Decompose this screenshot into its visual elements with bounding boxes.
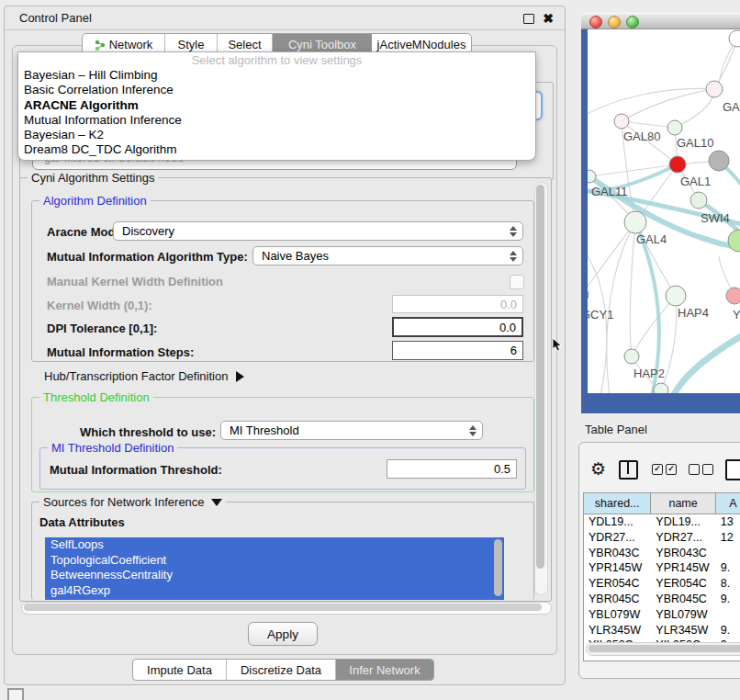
minimize-traffic-light-icon[interactable] <box>608 16 621 28</box>
threshold-definition-title: Threshold Definition <box>39 390 153 404</box>
float-window-icon[interactable] <box>523 14 534 24</box>
kernel-width-field[interactable]: 0.0 <box>392 295 523 313</box>
network-node[interactable] <box>588 170 596 183</box>
network-node[interactable] <box>669 156 686 173</box>
table-cell: YDR27... <box>584 530 651 546</box>
network-node[interactable] <box>588 288 589 302</box>
table-cell: YDR27... <box>651 530 715 546</box>
attribute-item-selected[interactable]: BetweennessCentrality <box>45 568 504 583</box>
attribute-item-selected[interactable]: gal4RGexp <box>45 583 504 599</box>
show-columns-icon[interactable] <box>619 460 638 480</box>
minimized-panel-icon[interactable] <box>7 688 24 700</box>
network-edge[interactable] <box>622 89 714 121</box>
column-header[interactable]: A <box>716 493 740 514</box>
list-scrollbar-thumb[interactable] <box>494 539 502 596</box>
node-label: GAL80 <box>623 130 660 143</box>
tab-impute-data[interactable]: Impute Data <box>133 660 227 680</box>
manual-kernel-checkbox[interactable] <box>510 275 524 289</box>
network-edge-highlighted[interactable] <box>672 333 740 393</box>
table-row[interactable]: YPR145WYPR145W9. <box>584 560 740 576</box>
dropdown-placeholder: Select algorithm to view settings <box>18 52 535 68</box>
zoom-traffic-light-icon[interactable] <box>626 16 639 28</box>
network-node[interactable] <box>706 81 723 97</box>
apply-button[interactable]: Apply <box>248 622 318 646</box>
network-node[interactable] <box>624 211 646 233</box>
horizontal-scrollbar-thumb[interactable] <box>24 604 542 611</box>
column-header[interactable]: shared... <box>584 493 651 514</box>
network-node[interactable] <box>729 30 740 47</box>
mi-algorithm-type-label: Mutual Information Algorithm Type: <box>47 250 248 264</box>
network-view-window: GALGAL80GAL10GAL1GAL11SWI4GAL4GCY1HAP4YH… <box>581 13 740 413</box>
data-attributes-list[interactable]: SelfLoopsTopologicalCoefficientBetweenne… <box>45 537 504 600</box>
tab-label: Style <box>178 38 205 51</box>
network-node[interactable] <box>667 120 682 135</box>
hub-definition-expander[interactable]: Hub/Transcription Factor Definition <box>44 369 244 383</box>
dropdown-item[interactable]: Basic Correlation Inference <box>18 83 535 97</box>
table-cell <box>716 607 740 623</box>
network-edge[interactable] <box>632 296 676 356</box>
select-all-columns-icon[interactable]: ✓✓ <box>652 464 677 475</box>
export-table-icon[interactable] <box>725 459 740 480</box>
network-node[interactable] <box>614 114 629 129</box>
deselect-all-columns-icon[interactable] <box>689 464 713 475</box>
attribute-item-selected[interactable]: TopologicalCoefficient <box>45 553 504 569</box>
network-node[interactable] <box>666 286 686 306</box>
network-edge[interactable] <box>630 222 635 356</box>
mi-threshold-definition-group: MI Threshold Definition Mutual Informati… <box>39 447 526 490</box>
close-icon[interactable]: ✖ <box>543 9 554 28</box>
dropdown-item[interactable]: Bayesian – K2 <box>18 128 535 142</box>
horizontal-scrollbar[interactable] <box>21 602 552 615</box>
node-label: GAL1 <box>680 175 711 188</box>
column-header[interactable]: name <box>651 493 716 514</box>
network-icon <box>95 40 106 51</box>
table-row[interactable]: YER054CYER054C8. <box>584 576 740 592</box>
dropdown-item[interactable]: ARACNE Algorithm <box>18 98 535 113</box>
table-scrollbar-thumb[interactable] <box>589 645 740 652</box>
dropdown-item[interactable]: Mutual Information Inference <box>18 113 535 128</box>
dropdown-item[interactable]: Dream8 DC_TDC Algorithm <box>18 142 535 157</box>
table-row[interactable]: YBR043CYBR043C <box>584 546 740 561</box>
network-node[interactable] <box>709 151 729 171</box>
network-window-titlebar[interactable] <box>581 13 740 29</box>
network-node[interactable] <box>690 192 707 209</box>
aracne-mode-combo[interactable]: Discovery <box>113 221 523 241</box>
network-node[interactable] <box>726 288 740 304</box>
gear-icon[interactable]: ⚙ <box>590 457 606 481</box>
table-cell: 9. <box>716 560 740 576</box>
which-threshold-combo[interactable]: MI Threshold <box>220 421 483 440</box>
table-horizontal-scrollbar[interactable] <box>586 642 740 656</box>
mi-algorithm-type-combo[interactable]: Naive Bayes <box>252 246 523 265</box>
table-row[interactable]: YDL19...YDL19...13 <box>584 514 740 530</box>
attribute-item-selected[interactable]: SelfLoops <box>45 537 504 553</box>
algorithm-definition-title: Algorithm Definition <box>39 194 151 208</box>
network-edge[interactable] <box>588 222 635 295</box>
table-cell: YDL19... <box>651 514 715 530</box>
table-cell: YLR345W <box>584 623 651 638</box>
tab-label: jActiveMNodules <box>377 38 466 51</box>
table-cell: YDL19... <box>584 514 651 530</box>
vertical-scrollbar[interactable] <box>534 182 548 595</box>
tab-discretize-data[interactable]: Discretize Data <box>227 660 336 680</box>
sources-title-text: Sources for Network Inference <box>43 495 205 509</box>
table-row[interactable]: YLR345WYLR345W9. <box>584 623 740 638</box>
sources-group-title[interactable]: Sources for Network Inference <box>39 495 226 509</box>
dpi-tolerance-field[interactable]: 0.0 <box>392 317 523 337</box>
node-table[interactable]: shared...nameA YDL19...YDL19...13YDR27..… <box>583 492 740 661</box>
mi-threshold-field[interactable]: 0.5 <box>387 459 517 479</box>
table-row[interactable]: YBR045CYBR045C9. <box>584 592 740 607</box>
table-cell: YBL079W <box>651 607 715 623</box>
network-node[interactable] <box>654 383 668 393</box>
table-row[interactable]: YDR27...YDR27...12 <box>584 530 740 546</box>
network-canvas[interactable]: GALGAL80GAL10GAL1GAL11SWI4GAL4GCY1HAP4YH… <box>588 28 740 393</box>
tab-infer-network[interactable]: Infer Network <box>336 660 433 680</box>
algorithm-dropdown-list: Select algorithm to view settings Bayesi… <box>17 51 536 161</box>
dropdown-item[interactable]: Bayesian – Hill Climbing <box>18 68 535 83</box>
table-row[interactable]: YBL079WYBL079W <box>584 607 740 623</box>
mi-steps-field[interactable]: 6 <box>392 341 523 360</box>
panel-title: Control Panel <box>19 6 92 29</box>
table-cell: YPR145W <box>584 560 651 576</box>
network-node[interactable] <box>624 349 639 364</box>
close-traffic-light-icon[interactable] <box>589 16 602 28</box>
table-cell: 13 <box>716 514 740 530</box>
vertical-scrollbar-thumb[interactable] <box>536 185 544 569</box>
